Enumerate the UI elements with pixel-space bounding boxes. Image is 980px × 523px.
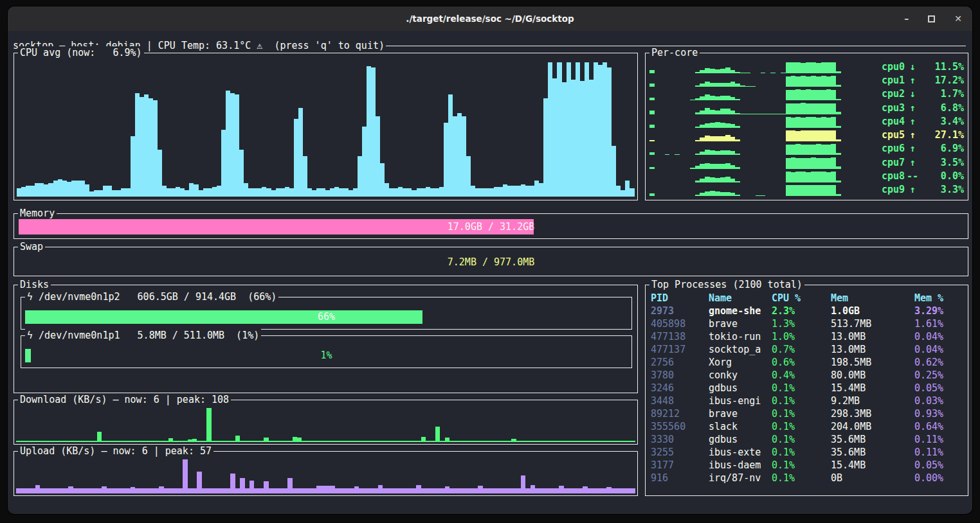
chart-bar <box>212 488 216 493</box>
chart-bar <box>497 441 502 442</box>
process-row[interactable]: 3780conky0.4%80.0MB0.25% <box>651 369 965 382</box>
minimize-button[interactable]: – <box>904 14 909 23</box>
chart-bar <box>521 475 525 493</box>
process-row[interactable]: 2756Xorg0.6%198.5MB0.62% <box>651 356 965 369</box>
chart-bar <box>397 488 402 493</box>
chart-bar <box>87 441 92 442</box>
chart-bar <box>795 131 801 142</box>
chart-bar <box>62 181 67 197</box>
chart-bar <box>383 488 387 493</box>
process-cpu: 0.7% <box>772 343 831 356</box>
chart-bar <box>353 188 358 197</box>
swap-title: Swap <box>18 240 45 253</box>
chart-bar <box>188 439 192 442</box>
chart-bar <box>725 109 730 114</box>
process-mem: 80.0MB <box>831 369 914 382</box>
chart-bar <box>770 114 776 114</box>
chart-bar <box>280 188 285 197</box>
chart-bar <box>162 186 167 197</box>
chart-bar <box>368 441 373 442</box>
chart-bar <box>344 188 349 197</box>
chart-bar <box>607 67 612 197</box>
chart-bar <box>416 485 421 493</box>
chart-bar <box>144 94 149 197</box>
process-row[interactable]: 3330gdbus0.1%35.6MB0.11% <box>651 433 965 446</box>
chart-bar <box>21 187 26 197</box>
titlebar[interactable]: ./target/release/soc ~/D/G/socktop – ✕ <box>8 6 972 31</box>
process-row[interactable]: 2973gnome-she2.3%1.0GB3.29% <box>651 305 965 317</box>
column-header[interactable]: CPU % <box>772 292 831 305</box>
process-row[interactable]: 3448ibus-engi0.1%9.2MB0.03% <box>651 394 965 407</box>
chart-bar <box>240 441 244 442</box>
chart-bar <box>710 110 715 114</box>
chart-bar <box>612 441 616 442</box>
chart-bar <box>493 488 497 493</box>
chart-bar <box>71 181 76 197</box>
chart-bar <box>192 439 197 442</box>
column-header[interactable]: PID <box>651 292 709 305</box>
chart-bar <box>557 62 561 197</box>
chart-bar <box>836 194 841 196</box>
chart-bar <box>183 441 187 442</box>
chart-bar <box>612 488 616 493</box>
process-row[interactable]: 477138tokio-run1.0%13.0MB0.04% <box>651 330 965 343</box>
chart-bar <box>454 441 458 442</box>
process-pid: 355560 <box>651 420 709 433</box>
process-cpu: 0.1% <box>772 407 831 420</box>
chart-bar <box>710 69 715 73</box>
process-mem-pct: 0.11% <box>914 433 965 446</box>
chart-bar <box>230 93 235 197</box>
process-row[interactable]: 405898brave1.3%513.7MB1.61% <box>651 317 965 330</box>
chart-bar <box>212 187 217 197</box>
chart-bar <box>795 62 801 73</box>
chart-bar <box>826 158 831 169</box>
chart-bar <box>459 441 464 442</box>
chart-bar <box>378 485 383 493</box>
chart-bar <box>149 441 154 442</box>
chart-bar <box>705 177 710 182</box>
column-header[interactable]: Mem <box>831 292 914 305</box>
chart-bar <box>445 438 449 442</box>
chart-bar <box>795 117 801 128</box>
column-header[interactable]: Name <box>709 292 772 305</box>
maximize-button[interactable] <box>928 15 935 22</box>
chart-bar <box>705 82 710 87</box>
chart-bar <box>821 103 826 114</box>
chart-bar <box>480 188 484 197</box>
chart-bar <box>287 478 292 493</box>
process-row[interactable]: 477137socktop_a0.7%13.0MB0.04% <box>651 343 965 356</box>
chart-bar <box>412 488 416 493</box>
chart-bar <box>735 126 740 128</box>
chart-bar <box>68 486 73 493</box>
chart-bar <box>715 151 720 155</box>
chart-bar <box>730 82 736 87</box>
process-row[interactable]: 3255ibus-exte0.1%35.6MB0.11% <box>651 446 965 459</box>
chart-bar <box>164 441 168 442</box>
chart-bar <box>173 488 177 493</box>
chart-bar <box>230 474 235 493</box>
core-label: cpu1↑17.2% <box>882 75 964 87</box>
process-row[interactable]: 916irq/87-nv0.1%0B0.00% <box>651 472 965 484</box>
core-sparkline <box>649 171 882 182</box>
process-mem: 0B <box>831 472 914 484</box>
chart-bar <box>836 153 841 155</box>
chart-bar <box>705 150 710 155</box>
chart-bar <box>836 139 841 142</box>
process-cpu: 0.1% <box>772 433 831 446</box>
chart-bar <box>58 179 62 197</box>
chart-bar <box>801 185 806 196</box>
process-row[interactable]: 3246gdbus0.1%15.4MB0.05% <box>651 382 965 394</box>
column-header[interactable]: Mem % <box>914 292 965 305</box>
chart-bar <box>836 181 841 182</box>
chart-bar <box>720 96 725 100</box>
chart-bar <box>821 90 826 100</box>
process-row[interactable]: 89212brave0.1%298.3MB0.93% <box>651 407 965 420</box>
chart-bar <box>85 184 89 197</box>
upload-panel: Upload (KB/s) — now: 6 | peak: 57 <box>14 451 638 496</box>
process-row[interactable]: 3177ibus-daem0.1%15.4MB0.05% <box>651 459 965 472</box>
process-row[interactable]: 355560slack0.1%204.0MB0.64% <box>651 420 965 433</box>
close-button[interactable]: ✕ <box>954 14 962 23</box>
chart-bar <box>816 158 821 168</box>
process-mem-pct: 0.04% <box>914 343 965 356</box>
chart-bar <box>321 441 325 442</box>
